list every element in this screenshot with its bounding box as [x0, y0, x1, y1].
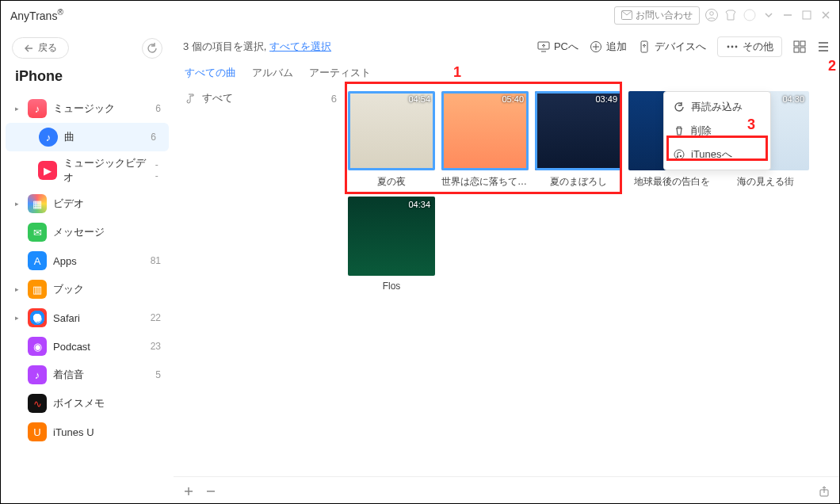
svg-point-2 [710, 12, 714, 16]
duration-label: 03:49 [595, 94, 617, 104]
content-pane: 3 個の項目を選択, すべてを選択 PCへ 追加 デバイスへ その他 [174, 29, 839, 504]
monitor-icon [537, 40, 550, 53]
sidebar-item[interactable]: ♪着信音5 [1, 361, 174, 389]
filter-column: すべて 6 [174, 86, 348, 476]
disclosure-triangle-icon: ▸ [15, 314, 21, 322]
tab-all-songs[interactable]: すべての曲 [185, 66, 236, 80]
account-icon[interactable] [704, 8, 719, 22]
footer-share-button[interactable] [819, 486, 830, 497]
duration-label: 05:40 [502, 94, 524, 104]
category-icon: ♪ [39, 128, 58, 147]
contact-button[interactable]: お問い合わせ [614, 6, 700, 25]
toolbar: 3 個の項目を選択, すべてを選択 PCへ 追加 デバイスへ その他 [174, 29, 839, 64]
share-icon [819, 486, 830, 497]
song-thumbnail: 04:54 [348, 91, 435, 170]
dots-icon [726, 40, 739, 53]
callout-3: 3 [747, 116, 755, 133]
trash-icon [674, 125, 685, 136]
sidebar-item-label: ビデオ [53, 197, 84, 211]
app-name: AnyTrans® [7, 8, 63, 22]
grid-view-button[interactable] [793, 40, 806, 53]
sidebar-item-label: ミュージックビデオ [63, 156, 148, 185]
sidebar-item[interactable]: AApps81 [1, 246, 174, 275]
category-icon: A [28, 251, 47, 270]
sidebar-item-count: -- [155, 159, 161, 181]
tab-artist[interactable]: アーティスト [309, 66, 371, 80]
duration-label: 04:30 [782, 94, 804, 104]
category-icon: U [28, 422, 47, 441]
sidebar-item-label: Safari [53, 312, 80, 324]
sidebar-item-count: 23 [151, 341, 161, 352]
arrow-left-icon [24, 44, 33, 52]
sidebar-item-count: 5 [155, 369, 161, 380]
sidebar-item[interactable]: ▸▥ブック [1, 275, 174, 304]
add-button[interactable]: 追加 [590, 40, 627, 54]
svg-point-15 [674, 150, 684, 159]
footer-add-button[interactable] [183, 486, 194, 497]
refresh-button[interactable] [142, 38, 162, 59]
theme-icon[interactable] [743, 8, 757, 22]
sidebar-item-count: 6 [151, 132, 156, 143]
category-icon: ♪ [28, 365, 47, 384]
tab-album[interactable]: アルバム [252, 66, 293, 80]
song-tile[interactable]: 04:34Flos [348, 197, 435, 292]
back-button[interactable]: 戻る [12, 37, 69, 59]
mail-icon [621, 10, 632, 20]
device-name: iPhone [1, 65, 174, 94]
sidebar-item[interactable]: ▸◎Safari22 [1, 304, 174, 332]
list-view-button[interactable] [817, 40, 830, 53]
song-tile[interactable]: 03:49夏のまぼろし [535, 91, 622, 189]
category-icon: ◎ [28, 308, 47, 327]
song-title: 地球最後の告白を [628, 170, 716, 189]
category-icon: ▦ [28, 194, 47, 213]
selection-label: 3 個の項目を選択, すべてを選択 [183, 40, 331, 54]
sidebar-item[interactable]: ✉メッセージ [1, 218, 174, 246]
svg-point-10 [735, 46, 738, 48]
to-device-button[interactable]: デバイスへ [638, 40, 706, 54]
sidebar-item-label: Apps [53, 255, 77, 267]
song-title: 夏の夜 [348, 170, 435, 189]
song-title: 海の見える街 [722, 170, 809, 189]
category-icon: ▥ [28, 280, 47, 299]
song-tile[interactable]: 04:54夏の夜 [348, 91, 435, 189]
select-all-link[interactable]: すべてを選択 [269, 40, 331, 52]
more-button[interactable]: その他 [717, 36, 782, 57]
sidebar-item[interactable]: UiTunes U [1, 418, 174, 446]
svg-rect-11 [794, 41, 799, 46]
plus-circle-icon [590, 40, 602, 53]
dropdown-reload[interactable]: 再読み込み [664, 95, 770, 119]
filter-all[interactable]: すべて 6 [174, 86, 348, 110]
sidebar-item[interactable]: ▸▦ビデオ [1, 189, 174, 218]
footer [174, 476, 839, 504]
sidebar-item[interactable]: ◉Podcast23 [1, 332, 174, 361]
sidebar-item[interactable]: ▸♪ミュージック6 [1, 94, 174, 123]
close-icon[interactable] [819, 8, 833, 22]
footer-remove-button[interactable] [205, 486, 216, 497]
sidebar-item-label: ボイスメモ [53, 396, 105, 410]
sidebar-item[interactable]: ▶ミュージックビデオ-- [1, 151, 174, 189]
plus-icon [183, 486, 194, 497]
svg-rect-12 [800, 41, 805, 46]
sidebar-item-label: ブック [53, 282, 84, 296]
callout-1: 1 [453, 64, 471, 82]
category-icon: ✉ [28, 223, 47, 242]
sidebar-item[interactable]: ♪曲6 [6, 123, 169, 151]
sidebar-item-count: 6 [155, 103, 161, 114]
to-pc-button[interactable]: PCへ [537, 40, 578, 54]
duration-label: 04:54 [408, 94, 430, 104]
music-note-icon [185, 93, 196, 104]
dropdown-to-itunes[interactable]: iTunesへ [664, 143, 770, 166]
minimize-icon[interactable] [781, 8, 795, 22]
chevron-down-icon[interactable] [762, 8, 776, 22]
sidebar-item-label: ミュージック [53, 101, 115, 116]
song-thumbnail: 05:40 [441, 91, 529, 170]
sidebar-item-label: 曲 [64, 130, 74, 144]
disclosure-triangle-icon: ▸ [15, 200, 21, 208]
maximize-icon[interactable] [800, 8, 814, 22]
sidebar-item-count: 81 [151, 255, 161, 266]
tshirt-icon[interactable] [724, 8, 738, 22]
song-tile[interactable]: 05:40世界は恋に落ちてい... [441, 91, 529, 189]
sidebar-item[interactable]: ∿ボイスメモ [1, 389, 174, 418]
song-title: Flos [348, 276, 435, 292]
svg-point-8 [727, 46, 730, 48]
